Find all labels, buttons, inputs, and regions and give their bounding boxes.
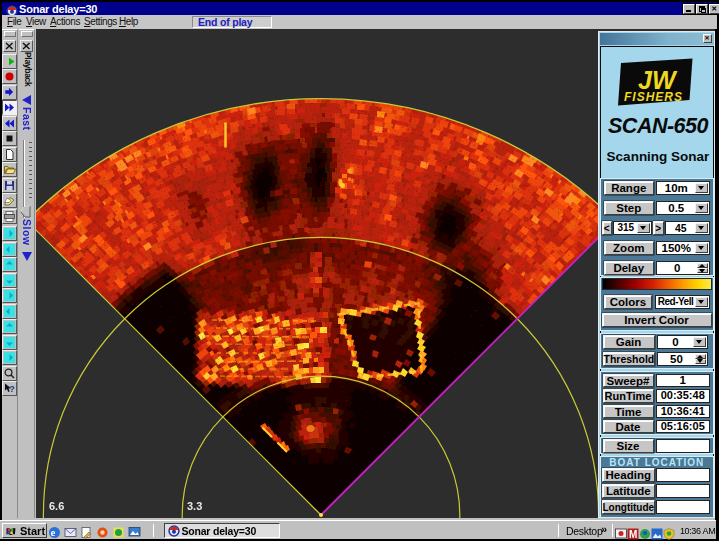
svg-text:e: e bbox=[51, 526, 56, 538]
svg-text:Scanning Sonar: Scanning Sonar bbox=[606, 149, 710, 164]
svg-text:3.3: 3.3 bbox=[187, 500, 202, 512]
svg-text:SCAN-650: SCAN-650 bbox=[608, 114, 708, 138]
svg-text:6.6: 6.6 bbox=[49, 500, 64, 512]
svg-text:FISHERS: FISHERS bbox=[624, 90, 683, 104]
svg-text:?: ? bbox=[9, 384, 15, 394]
svg-text:M: M bbox=[629, 528, 637, 539]
